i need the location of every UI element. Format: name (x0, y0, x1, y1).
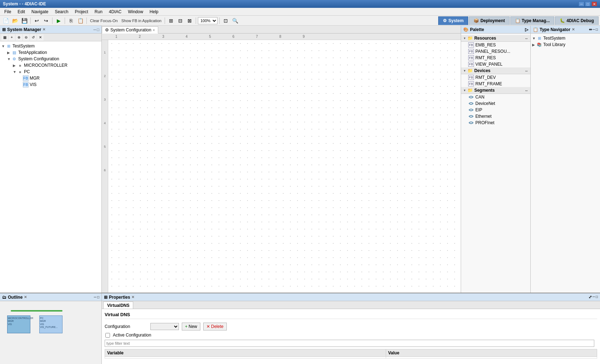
resources-action-icon[interactable]: ↔ (525, 36, 528, 40)
minimize-btn[interactable]: ─ (579, 1, 584, 6)
segments-expand-icon: ▼ (463, 89, 466, 92)
type-nav-item-testsystem[interactable]: ▼ ⊞ TestSystem (531, 35, 600, 41)
toggle-testsystem[interactable]: ▼ (1, 44, 6, 48)
palette-section-resources[interactable]: ▼ 📁 Resources ↔ (461, 35, 530, 42)
properties-content: Virtual DNS Configuration + New ✕ Delete (102, 309, 600, 364)
outline-minimize-icon[interactable]: ─ (94, 295, 96, 299)
palette-item-rmt-res[interactable]: FB RMT_RES (461, 55, 530, 61)
new-btn[interactable]: 📄 (1, 17, 10, 25)
zoom-in-btn[interactable]: 🔍 (231, 17, 239, 25)
tab-type-manager[interactable]: 📋 Type Manag... (510, 16, 554, 25)
tree-item-mgr[interactable]: ▶ FB MGR (0, 75, 101, 81)
view-panel-label: VIEW_PANEL (475, 62, 502, 67)
properties-minimize-icon[interactable]: ─ (592, 295, 595, 299)
close-btn[interactable]: ✕ (591, 1, 597, 6)
open-btn[interactable]: 📂 (11, 17, 19, 25)
sysconfig-tab-close[interactable]: × (153, 28, 155, 32)
menu-project[interactable]: Project (72, 9, 91, 15)
palette-item-rmt-dev[interactable]: FB RMT_DEV (461, 74, 530, 81)
tab-deployment-label: Deployment (480, 18, 505, 23)
new-config-btn[interactable]: + New (182, 323, 200, 330)
tree-item-testsystem[interactable]: ▼ ⊞ TestSystem (0, 43, 101, 49)
sysconfig-editor-tab[interactable]: ⚙ System Configuration × (102, 26, 158, 34)
toggle-nav-testsystem[interactable]: ▼ (532, 36, 536, 40)
align-btn[interactable]: ⊞ (167, 17, 175, 25)
menu-help[interactable]: Help (147, 9, 161, 15)
devices-action-icon[interactable]: ↔ (525, 69, 528, 73)
menu-4diac[interactable]: 4DIAC (106, 9, 124, 15)
delete-config-btn[interactable]: ✕ Delete (203, 323, 227, 330)
palette-item-profinet[interactable]: PROFInet (461, 120, 530, 126)
system-config-canvas[interactable] (108, 40, 461, 293)
palette-item-can[interactable]: CAN (461, 94, 530, 100)
copy-btn[interactable]: ⎘ (67, 17, 75, 25)
palette-item-devicenet[interactable]: DeviceNet (461, 100, 530, 107)
tab-system-label: System (448, 18, 464, 23)
paste-btn[interactable]: 📋 (76, 17, 85, 25)
window-controls[interactable]: ─ □ ✕ (579, 1, 597, 6)
tree-item-sysconfig[interactable]: ▼ ⚙ System Configuration (0, 56, 101, 62)
system-manager-header: ⊞ System Manager ✕ ─ □ (0, 26, 101, 34)
toggle-testapplication[interactable]: ▶ (7, 51, 11, 55)
menu-window[interactable]: Window (125, 9, 146, 15)
palette-item-ethernet[interactable]: Ethernet (461, 113, 530, 120)
properties-open-icon[interactable]: ⤢ (589, 295, 592, 299)
tree-item-testapplication[interactable]: ▶ ▤ TestApplication (0, 49, 101, 56)
config-select[interactable] (150, 323, 179, 330)
tab-4diac-debug[interactable]: 🐛 4DIAC Debug (555, 16, 599, 25)
palette-item-emb-res[interactable]: FB EMB_RES (461, 42, 530, 48)
palette-expand-icon[interactable]: ▷ (525, 27, 528, 32)
maximize-btn[interactable]: □ (585, 1, 591, 6)
type-nav-item-toollibrary[interactable]: ▶ 📚 Tool Library (531, 41, 600, 48)
type-nav-minimize-icon[interactable]: ─ (592, 27, 595, 31)
toggle-sysconfig[interactable]: ▼ (7, 57, 11, 61)
tree-item-microcontroller[interactable]: ▶ ■ MICROCONTROLLER (0, 62, 101, 69)
view-panel-icon: FB (468, 62, 474, 67)
toggle-pc[interactable]: ▼ (13, 70, 17, 74)
palette-item-panel-res[interactable]: FB PANEL_RESOU... (461, 48, 530, 55)
palette-section-segments[interactable]: ▼ 📁 Segments ↔ (461, 87, 530, 94)
tree-new-btn[interactable]: + (9, 34, 15, 41)
tree-export-btn[interactable]: ⊖ (23, 34, 29, 41)
save-btn[interactable]: 💾 (20, 17, 29, 25)
tree-import-btn[interactable]: ⊕ (16, 34, 22, 41)
align2-btn[interactable]: ⊟ (176, 17, 185, 25)
palette-section-devices[interactable]: ▼ 📁 Devices ↔ (461, 67, 530, 74)
zoom-fit-btn[interactable]: ⊡ (221, 17, 230, 25)
type-nav-maximize-icon[interactable]: □ (596, 27, 598, 31)
tree-delete-btn[interactable]: ✕ (37, 34, 44, 41)
properties-header: ⊞ Properties ✕ ⤢ ─ □ (102, 293, 600, 301)
properties-header-controls: ⤢ ─ □ (589, 295, 598, 299)
tree-item-vis[interactable]: ▶ FB VIS (0, 81, 101, 88)
redo-btn[interactable]: ↪ (42, 17, 50, 25)
properties-maximize-icon[interactable]: □ (596, 295, 598, 299)
menu-search[interactable]: Search (52, 9, 71, 15)
palette-item-rmt-frame[interactable]: FB RMT_FRAME (461, 81, 530, 87)
palette-item-view-panel[interactable]: FB VIEW_PANEL (461, 61, 530, 67)
tree-refresh-btn[interactable]: ↺ (30, 34, 36, 41)
menu-navigate[interactable]: Navigate (29, 9, 51, 15)
menu-edit[interactable]: Edit (15, 9, 28, 15)
palette-item-eip[interactable]: EIP (461, 107, 530, 113)
filter-input[interactable] (105, 340, 594, 347)
run-btn[interactable]: ▶ (54, 17, 63, 25)
outline-maximize-icon[interactable]: □ (97, 295, 99, 299)
tab-system[interactable]: ⚙ System (438, 16, 468, 25)
menu-file[interactable]: File (1, 9, 14, 15)
minimize-panel-icon[interactable]: ─ (94, 27, 96, 32)
type-nav-sync-icon[interactable]: ⇔ (589, 27, 592, 31)
system-manager-tab-x: ✕ (42, 27, 45, 31)
maximize-panel-icon[interactable]: □ (97, 27, 99, 32)
zoom-select[interactable]: 100% 75% 150% (198, 17, 218, 24)
toggle-nav-toollibrary[interactable]: ▶ (532, 43, 536, 47)
undo-btn[interactable]: ↩ (32, 17, 41, 25)
prop-tab-virtualdns[interactable]: VirtualDNS (103, 302, 133, 309)
toggle-microcontroller[interactable]: ▶ (13, 64, 17, 67)
align3-btn[interactable]: ⊠ (185, 17, 194, 25)
segments-action-icon[interactable]: ↔ (525, 89, 528, 92)
tree-expand-btn[interactable]: ▦ (1, 34, 8, 41)
menu-run[interactable]: Run (92, 9, 105, 15)
tab-deployment[interactable]: 📦 Deployment (469, 16, 510, 25)
active-config-checkbox[interactable] (105, 333, 110, 338)
tree-item-pc[interactable]: ▼ ■ PC (0, 69, 101, 75)
